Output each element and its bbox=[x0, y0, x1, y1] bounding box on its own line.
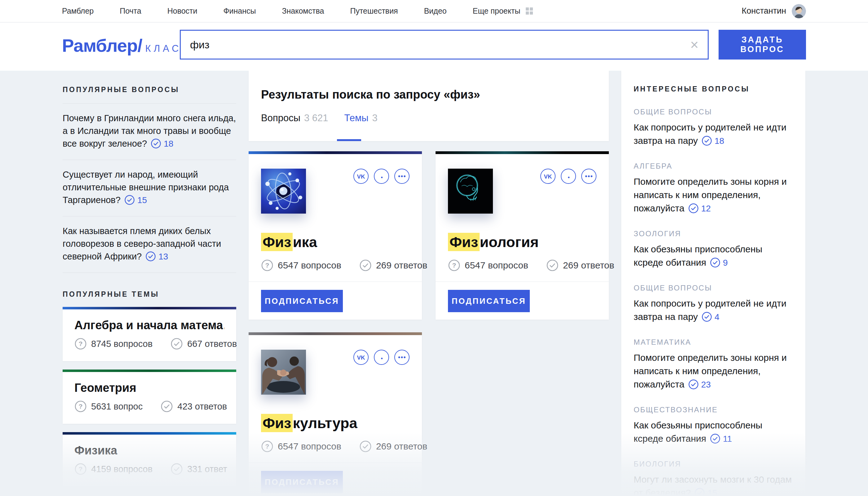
nav-item-finance[interactable]: Финансы bbox=[223, 6, 256, 16]
question-category: ОБЩИЕ ВОПРОСЫ bbox=[634, 284, 793, 292]
search-topic-card-physiology[interactable]: VK Физиология ? 6547 вопросов bbox=[436, 151, 609, 320]
share-icons: VK bbox=[540, 169, 596, 184]
topic-card-geometry[interactable]: Геометрия ? 5631 вопрос 423 ответов bbox=[63, 370, 236, 424]
topic-image-skull-xray bbox=[448, 169, 493, 214]
svg-text:VK: VK bbox=[357, 354, 365, 361]
topic-gradient-bar bbox=[436, 151, 609, 154]
interesting-question[interactable]: БИОЛОГИЯ Могут ли засохнуть мозги к 30 г… bbox=[634, 460, 793, 496]
answers-count: 13 bbox=[158, 252, 168, 261]
interesting-question[interactable]: ОБЩЕСТВОЗНАНИЕ Как обезьяны приспособлен… bbox=[634, 405, 793, 446]
nav-item-video[interactable]: Видео bbox=[424, 6, 447, 16]
interesting-question[interactable]: ОБЩИЕ ВОПРОСЫ Как попросить у родителей … bbox=[634, 284, 793, 324]
answers-count: 15 bbox=[708, 488, 717, 496]
topic-image-arm-wrestling bbox=[261, 350, 306, 394]
subscribe-button[interactable]: ПОДПИСАТЬСЯ bbox=[261, 471, 343, 493]
question-text: Почему в Гринландии много снега ильда, а… bbox=[63, 113, 236, 149]
answers-count: 12 bbox=[701, 204, 711, 213]
questions-count: 5631 вопрос bbox=[91, 401, 143, 412]
highlighted-match: Физ bbox=[261, 233, 293, 251]
interesting-question[interactable]: АЛГЕБРА Помогите определить зоны корня и… bbox=[634, 162, 793, 215]
popular-question[interactable]: Как называется племя диких белых головор… bbox=[63, 216, 236, 273]
vk-share-icon[interactable]: VK bbox=[353, 350, 369, 365]
answers-check-icon bbox=[701, 312, 712, 322]
nav-item-more-projects[interactable]: Еще проекты bbox=[473, 6, 533, 16]
answers-count: 423 ответов bbox=[177, 401, 227, 412]
more-icon[interactable] bbox=[581, 169, 596, 184]
clear-search-icon[interactable]: × bbox=[681, 37, 708, 52]
nav-more-projects-label: Еще проекты bbox=[473, 6, 521, 16]
nav-item-travel[interactable]: Путешествия bbox=[350, 6, 398, 16]
share-icons: VK bbox=[353, 169, 409, 184]
question-category: АЛГЕБРА bbox=[634, 162, 793, 170]
subscribe-button[interactable]: ПОДПИСАТЬСЯ bbox=[448, 290, 530, 312]
question-category: ОБЩИЕ ВОПРОСЫ bbox=[634, 108, 793, 116]
check-circle-icon bbox=[546, 259, 559, 272]
questions-stat: ? 6547 вопросов bbox=[261, 259, 341, 272]
rambler-class-logo[interactable]: Рамблер/КЛАСС bbox=[62, 35, 191, 56]
subscribe-button[interactable]: ПОДПИСАТЬСЯ bbox=[261, 290, 343, 312]
question-text: Как называется племя диких белых головор… bbox=[63, 226, 221, 261]
main-content: Результаты поиска по запросу «физ» Вопро… bbox=[249, 71, 609, 496]
logo-main: Рамблер/ bbox=[62, 35, 142, 56]
question-category: БИОЛОГИЯ bbox=[634, 460, 793, 468]
question-circle-icon: ? bbox=[74, 463, 87, 475]
answers-count: 18 bbox=[164, 139, 173, 149]
share-icon[interactable] bbox=[374, 350, 389, 365]
popular-question[interactable]: Почему в Гринландии много снега ильда, а… bbox=[63, 104, 236, 160]
share-icon[interactable] bbox=[374, 169, 389, 184]
top-nav: Рамблер Почта Новости Финансы Знакомства… bbox=[0, 0, 868, 22]
apps-grid-icon bbox=[526, 7, 533, 15]
search-topic-card-physical-education[interactable]: VK Физкультура ? 6547 вопросов bbox=[249, 332, 422, 496]
check-circle-icon bbox=[170, 338, 183, 350]
share-icon[interactable] bbox=[561, 169, 576, 184]
topic-title: Физиология bbox=[448, 233, 596, 250]
answers-count: 15 bbox=[137, 195, 147, 205]
interesting-question[interactable]: ЗООЛОГИЯ Как обезьяны приспособлены ксре… bbox=[634, 229, 793, 269]
svg-text:VK: VK bbox=[357, 173, 365, 180]
ask-question-button[interactable]: ЗАДАТЬ ВОПРОС bbox=[718, 30, 806, 60]
answers-check-icon bbox=[124, 195, 135, 205]
questions-stat: ? 8745 вопросов bbox=[74, 338, 153, 350]
topics-grid: VK Физика ? 6547 вопросов bbox=[249, 151, 609, 496]
questions-count: 8745 вопросов bbox=[91, 339, 153, 349]
interesting-question[interactable]: МАТЕМАТИКА Помогите определить зоны корн… bbox=[634, 338, 793, 391]
svg-text:?: ? bbox=[79, 340, 83, 347]
search-topic-card-physics[interactable]: VK Физика ? 6547 вопросов bbox=[249, 151, 422, 320]
more-icon[interactable] bbox=[394, 350, 409, 365]
nav-item-rambler[interactable]: Рамблер bbox=[62, 6, 94, 16]
vk-share-icon[interactable]: VK bbox=[353, 169, 369, 184]
topic-card-algebra[interactable]: Алгебра и начала матема… ? 8745 вопросов… bbox=[63, 307, 236, 361]
nav-item-mail[interactable]: Почта bbox=[120, 6, 141, 16]
user-menu[interactable]: Константин bbox=[742, 4, 806, 18]
svg-text:?: ? bbox=[79, 403, 83, 410]
topic-card-physics[interactable]: Физика ? 4159 вопросов 331 ответ bbox=[63, 432, 236, 486]
nav-item-news[interactable]: Новости bbox=[167, 6, 198, 16]
svg-text:?: ? bbox=[79, 465, 83, 472]
search-box: × bbox=[180, 30, 709, 60]
highlighted-match: Физ bbox=[261, 414, 293, 432]
interesting-question[interactable]: ОБЩИЕ ВОПРОСЫ Как попросить у родителей … bbox=[634, 108, 793, 148]
vk-share-icon[interactable]: VK bbox=[540, 169, 556, 184]
check-circle-icon bbox=[170, 463, 183, 475]
search-input[interactable] bbox=[181, 31, 681, 59]
search-results-header: Результаты поиска по запросу «физ» Вопро… bbox=[249, 71, 609, 141]
more-icon[interactable] bbox=[394, 169, 409, 184]
check-circle-icon bbox=[359, 440, 372, 453]
answers-count: 18 bbox=[715, 136, 724, 146]
questions-count: 4159 вопросов bbox=[91, 464, 153, 474]
question-text: Как обезьяны приспособлены ксреде обитан… bbox=[634, 420, 762, 444]
nav-item-dating[interactable]: Знакомства bbox=[282, 6, 324, 16]
question-circle-icon: ? bbox=[261, 259, 274, 272]
topic-gradient-bar bbox=[63, 370, 236, 372]
questions-stat: ? 6547 вопросов bbox=[448, 259, 528, 272]
tab-topics[interactable]: Темы3 bbox=[344, 112, 377, 124]
tab-questions[interactable]: Вопросы3 621 bbox=[261, 112, 328, 124]
answers-check-icon bbox=[710, 257, 720, 268]
answers-check-icon bbox=[145, 251, 156, 262]
svg-text:?: ? bbox=[265, 262, 269, 269]
popular-question[interactable]: Существует ли народ, имеющий отличительн… bbox=[63, 160, 236, 216]
answers-check-icon bbox=[701, 136, 712, 146]
answers-check-icon bbox=[688, 203, 699, 214]
questions-count: 6547 вопросов bbox=[465, 260, 528, 270]
tab-count: 3 bbox=[372, 112, 377, 123]
